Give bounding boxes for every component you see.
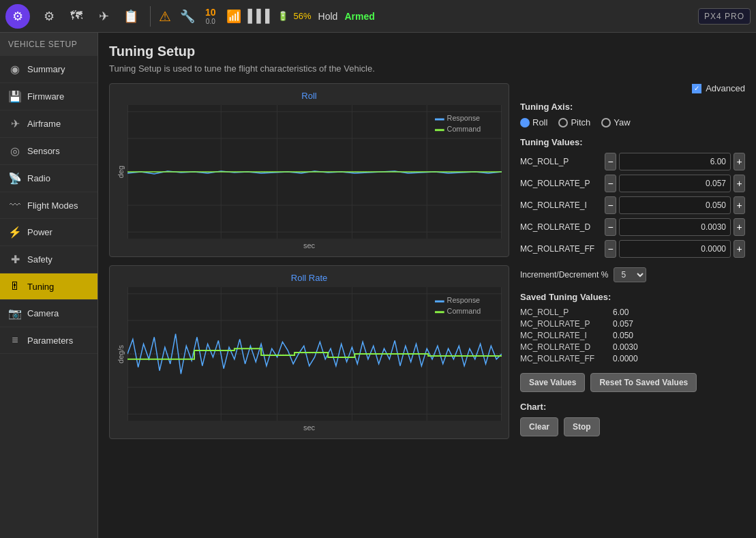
settings-icon[interactable]: ⚙: [38, 5, 60, 27]
sidebar-item-parameters[interactable]: ≡ Parameters: [0, 327, 97, 354]
sidebar-item-airframe[interactable]: ✈ Airframe: [0, 110, 97, 138]
param-row-3: MC_ROLLRATE_D − +: [520, 218, 745, 236]
sidebar-item-sensors[interactable]: ◎ Sensors: [0, 138, 97, 165]
sidebar-item-tuning[interactable]: 🎚 Tuning: [0, 273, 97, 300]
radio-pitch[interactable]: Pitch: [558, 117, 590, 128]
sidebar-label-firmware: Firmware: [27, 91, 64, 102]
svg-rect-19: [435, 129, 444, 131]
tuning-axis-radio-group: Roll Pitch Yaw: [520, 117, 745, 128]
radio-roll-label: Roll: [532, 117, 547, 128]
page-description: Tuning Setup is used to tune the flight …: [109, 63, 745, 74]
firmware-icon: 💾: [8, 90, 22, 103]
param-plus-3[interactable]: +: [734, 218, 745, 236]
param-row-1: MC_ROLLRATE_P − +: [520, 175, 745, 192]
px4-logo: PX4 PRO: [698, 8, 751, 25]
rollrate-x-label: sec: [117, 423, 502, 432]
radio-roll-circle: [520, 118, 530, 128]
sidebar-label-parameters: Parameters: [27, 335, 73, 346]
radio-pitch-circle: [558, 118, 568, 128]
power-icon: ⚡: [8, 226, 22, 239]
param-minus-2[interactable]: −: [605, 196, 616, 214]
param-input-1[interactable]: [619, 175, 731, 192]
signal-icon: 📶: [223, 5, 245, 27]
save-values-button[interactable]: Save Values: [520, 373, 585, 392]
sidebar-item-power[interactable]: ⚡ Power: [0, 219, 97, 246]
page-title: Tuning Setup: [109, 44, 745, 59]
radio-yaw[interactable]: Yaw: [601, 117, 630, 128]
param-input-2[interactable]: [619, 196, 731, 214]
svg-rect-17: [435, 119, 444, 121]
radio-roll[interactable]: Roll: [520, 117, 547, 128]
warning-icon[interactable]: ⚠: [159, 8, 171, 25]
param-input-0[interactable]: [619, 153, 731, 170]
svg-text:Command: Command: [447, 307, 481, 315]
safety-icon: ✚: [8, 253, 22, 266]
topbar: ⚙ ⚙ 🗺 ✈ 📋 ⚠ 🔧 10 0.0 📶 ▌▌▌ 🔋 56% Hold Ar…: [0, 0, 756, 33]
param-row-4: MC_ROLLRATE_FF − +: [520, 240, 745, 258]
param-minus-3[interactable]: −: [605, 218, 616, 236]
logo-icon: ⚙: [12, 9, 23, 24]
svg-rect-45: [435, 311, 444, 313]
saved-name-2: MC_ROLLRATE_I: [520, 331, 602, 340]
sidebar-label-summary: Summary: [27, 64, 65, 74]
tuning-values-section: Tuning Values: MC_ROLL_P − + MC_ROLLRATE…: [520, 137, 745, 258]
airframe-icon: ✈: [8, 117, 22, 130]
radio-pitch-label: Pitch: [571, 117, 590, 128]
sidebar: Vehicle Setup ◉ Summary 💾 Firmware ✈ Air…: [0, 33, 98, 538]
svg-text:Command: Command: [447, 125, 481, 133]
clipboard-icon[interactable]: 📋: [120, 5, 142, 27]
param-name-4: MC_ROLLRATE_FF: [520, 244, 602, 254]
param-plus-4[interactable]: +: [734, 240, 745, 258]
svg-text:Response: Response: [447, 296, 480, 304]
radio-icon: 📡: [8, 172, 22, 185]
status-armed: Armed: [344, 11, 374, 22]
camera-icon: 📷: [8, 307, 22, 320]
param-plus-2[interactable]: +: [734, 196, 745, 214]
sidebar-item-camera[interactable]: 📷 Camera: [0, 300, 97, 327]
chart-section: Chart: Clear Stop: [520, 402, 745, 436]
counter-num: 10: [205, 7, 216, 18]
param-input-3[interactable]: [619, 218, 731, 236]
app-logo[interactable]: ⚙: [5, 4, 30, 29]
check-icon: ✓: [694, 85, 699, 92]
param-input-4[interactable]: [619, 240, 731, 258]
increment-select[interactable]: 5 1 2 10 25: [614, 267, 646, 282]
saved-val-1: 0.057: [613, 319, 633, 329]
advanced-checkbox[interactable]: ✓: [692, 84, 701, 93]
advanced-row: ✓ Advanced: [520, 83, 745, 93]
wrench-icon[interactable]: 🔧: [177, 5, 198, 27]
advanced-label: Advanced: [706, 83, 745, 93]
sidebar-item-safety[interactable]: ✚ Safety: [0, 246, 97, 273]
rollrate-chart-container: Roll Rate deg/s: [109, 265, 509, 439]
param-minus-1[interactable]: −: [605, 175, 616, 192]
counter-widget: 10 0.0: [205, 7, 216, 25]
clear-button[interactable]: Clear: [520, 417, 558, 436]
saved-row-2: MC_ROLLRATE_I 0.050: [520, 331, 745, 340]
saved-val-4: 0.0000: [613, 354, 638, 363]
sidebar-item-radio[interactable]: 📡 Radio: [0, 165, 97, 192]
parameters-icon: ≡: [8, 334, 22, 346]
content-split: Roll deg: [109, 83, 745, 439]
sidebar-label-safety: Safety: [27, 254, 52, 265]
sidebar-item-firmware[interactable]: 💾 Firmware: [0, 83, 97, 110]
saved-val-3: 0.0030: [613, 342, 638, 352]
saved-tuning-label: Saved Tuning Values:: [520, 292, 745, 302]
bars-icon: ▌▌▌: [250, 5, 272, 27]
stop-button[interactable]: Stop: [564, 417, 600, 436]
battery-pct: 56%: [294, 11, 312, 21]
tuning-values-label: Tuning Values:: [520, 137, 745, 147]
map-icon[interactable]: 🗺: [65, 5, 87, 27]
saved-row-4: MC_ROLLRATE_FF 0.0000: [520, 354, 745, 363]
param-row-0: MC_ROLL_P − +: [520, 153, 745, 170]
param-plus-1[interactable]: +: [734, 175, 745, 192]
reset-values-button[interactable]: Reset To Saved Values: [590, 373, 697, 392]
send-icon[interactable]: ✈: [93, 5, 115, 27]
param-plus-0[interactable]: +: [734, 153, 745, 170]
param-minus-4[interactable]: −: [605, 240, 616, 258]
increment-label: Increment/Decrement %: [520, 270, 608, 280]
sidebar-item-flight-modes[interactable]: 〰 Flight Modes: [0, 192, 97, 219]
param-minus-0[interactable]: −: [605, 153, 616, 170]
svg-text:Response: Response: [447, 114, 480, 122]
divider-1: [150, 6, 151, 27]
sidebar-item-summary[interactable]: ◉ Summary: [0, 56, 97, 83]
